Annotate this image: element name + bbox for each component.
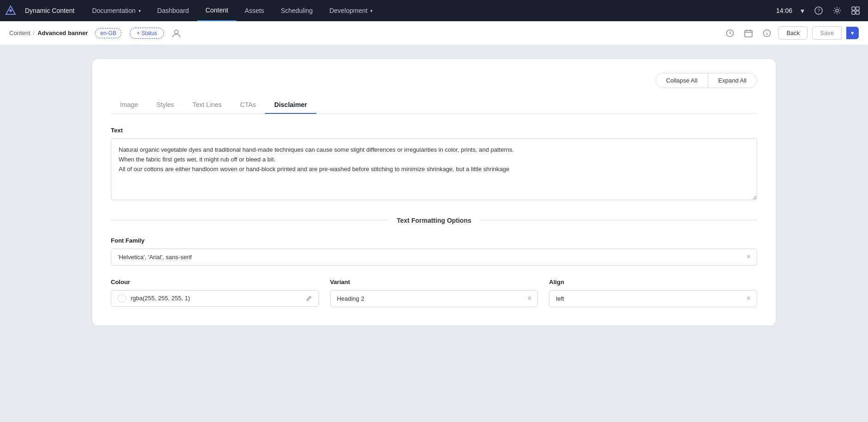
tab-disclaimer[interactable]: Disclaimer (265, 96, 316, 114)
colour-edit-button[interactable] (306, 295, 312, 302)
colour-section: Colour rgba(255, 255, 255, 1) (111, 279, 319, 307)
font-family-input-wrapper: × (111, 249, 757, 266)
tabs: Image Styles Text Lines CTAs Disclaimer (111, 96, 757, 114)
breadcrumb-bar: Content / Advanced banner en-GB + Status… (0, 21, 868, 45)
formatting-divider-label: Text Formatting Options (388, 217, 480, 224)
colour-label: Colour (111, 279, 319, 285)
font-family-label: Font Family (111, 237, 757, 244)
main-content: Collapse All Expand All Image Styles Tex… (0, 45, 868, 422)
variant-clear-button[interactable]: × (526, 293, 532, 303)
font-family-input[interactable] (111, 249, 757, 266)
user-icon[interactable] (171, 28, 181, 38)
breadcrumb-separator: / (33, 30, 35, 36)
svg-rect-5 (852, 7, 855, 10)
collapse-expand-row: Collapse All Expand All (111, 73, 757, 88)
tab-image[interactable]: Image (111, 96, 147, 114)
svg-point-17 (767, 31, 768, 32)
chevron-down-icon: ▾ (139, 8, 141, 13)
breadcrumb-actions: Back Save ▾ (723, 26, 859, 40)
breadcrumb: Content / Advanced banner (9, 30, 88, 36)
back-button[interactable]: Back (778, 26, 808, 40)
nav-right: 14:06 ▾ ? (770, 5, 868, 17)
nav-item-dashboard[interactable]: Dashboard (149, 0, 198, 21)
app-logo[interactable] (0, 0, 21, 21)
variant-section: Variant × (330, 279, 538, 307)
nav-item-documentation[interactable]: Documentation ▾ (84, 0, 149, 21)
expand-all-button[interactable]: Expand All (708, 73, 757, 88)
chevron-down-icon: ▾ (370, 8, 373, 13)
divider-line-left (111, 220, 388, 220)
content-card: Collapse All Expand All Image Styles Tex… (92, 59, 776, 326)
locale-badge[interactable]: en-GB (95, 28, 121, 38)
formatting-divider: Text Formatting Options (111, 217, 757, 224)
nav-item-assets[interactable]: Assets (236, 0, 272, 21)
collapse-all-button[interactable]: Collapse All (656, 73, 708, 88)
align-input[interactable] (549, 290, 757, 307)
align-label: Align (549, 279, 757, 285)
colour-swatch[interactable] (118, 294, 126, 303)
divider-line-right (480, 220, 757, 220)
colour-value: rgba(255, 255, 255, 1) (131, 295, 301, 302)
align-input-wrapper: × (549, 290, 757, 307)
svg-text:?: ? (817, 8, 820, 13)
variant-input-wrapper: × (330, 290, 538, 307)
variant-input[interactable] (330, 290, 538, 307)
history-icon[interactable] (723, 27, 737, 39)
nav-items: Documentation ▾ Dashboard Content Assets… (84, 0, 770, 21)
nav-item-development[interactable]: Development ▾ (321, 0, 381, 21)
tab-ctas[interactable]: CTAs (231, 96, 265, 114)
align-clear-button[interactable]: × (746, 293, 752, 303)
text-field-section: Text (111, 127, 757, 202)
app-name: Dynamic Content (21, 7, 84, 14)
settings-icon[interactable] (831, 5, 843, 17)
breadcrumb-content-link[interactable]: Content (9, 30, 30, 36)
top-nav: Dynamic Content Documentation ▾ Dashboar… (0, 0, 868, 21)
formatting-row: Colour rgba(255, 255, 255, 1) Variant × (111, 279, 757, 307)
tab-styles[interactable]: Styles (147, 96, 183, 114)
save-dropdown-button[interactable]: ▾ (846, 27, 859, 39)
help-icon[interactable]: ? (813, 5, 825, 17)
breadcrumb-current: Advanced banner (37, 30, 88, 36)
font-family-clear-button[interactable]: × (746, 252, 752, 262)
calendar-icon[interactable] (741, 27, 755, 39)
collapse-expand-group: Collapse All Expand All (656, 73, 757, 88)
svg-point-9 (175, 30, 178, 34)
grid-icon[interactable] (850, 5, 862, 17)
text-textarea[interactable] (111, 138, 757, 200)
nav-item-content[interactable]: Content (197, 0, 236, 21)
save-button[interactable]: Save (812, 26, 842, 40)
colour-field: rgba(255, 255, 255, 1) (111, 290, 319, 307)
nav-item-scheduling[interactable]: Scheduling (272, 0, 321, 21)
text-field-label: Text (111, 127, 757, 134)
variant-label: Variant (330, 279, 538, 285)
svg-point-4 (836, 9, 838, 12)
info-icon[interactable] (760, 27, 774, 39)
align-section: Align × (549, 279, 757, 307)
nav-time: 14:06 (776, 7, 792, 14)
nav-dropdown-icon[interactable]: ▾ (799, 5, 806, 17)
svg-point-1 (9, 9, 12, 12)
font-family-section: Font Family × (111, 237, 757, 266)
svg-rect-7 (852, 11, 855, 14)
tab-text-lines[interactable]: Text Lines (183, 96, 231, 114)
svg-rect-6 (856, 7, 859, 10)
svg-rect-11 (745, 30, 752, 37)
status-button[interactable]: + Status (130, 28, 164, 39)
svg-rect-8 (856, 11, 859, 14)
